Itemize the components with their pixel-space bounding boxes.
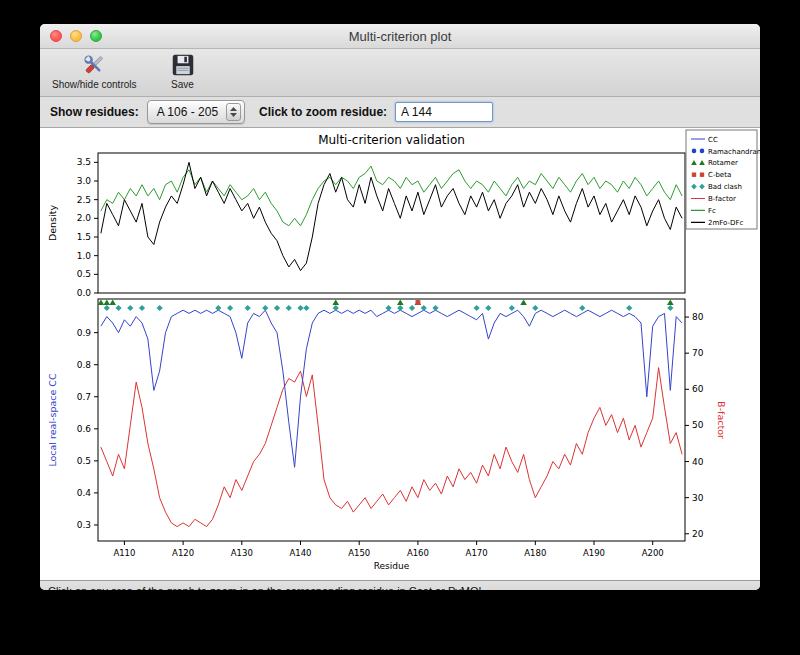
traffic-lights — [50, 30, 102, 42]
zoom-residue-label: Click to zoom residue: — [259, 105, 387, 119]
svg-text:C-beta: C-beta — [708, 171, 731, 179]
zoom-window-button[interactable] — [90, 30, 102, 42]
svg-text:80: 80 — [692, 312, 704, 322]
svg-text:1.0: 1.0 — [77, 251, 92, 261]
svg-text:Density: Density — [47, 205, 58, 241]
svg-text:2.0: 2.0 — [77, 213, 92, 223]
svg-text:A120: A120 — [172, 548, 194, 558]
svg-text:Ramachandran: Ramachandran — [708, 148, 760, 156]
svg-text:A170: A170 — [466, 548, 488, 558]
toolbar: Show/hide controls Save — [40, 49, 760, 97]
show-residues-label: Show residues: — [50, 105, 139, 119]
tools-icon — [81, 52, 107, 78]
svg-text:A190: A190 — [583, 548, 605, 558]
minimize-button[interactable] — [70, 30, 82, 42]
plot-panel: Multi-criterion validation0.00.51.01.52.… — [40, 128, 760, 580]
show-hide-controls-label: Show/hide controls — [52, 79, 137, 90]
svg-text:70: 70 — [692, 348, 704, 358]
stepper-arrows-icon — [226, 103, 241, 121]
svg-text:B-factor: B-factor — [716, 401, 727, 439]
svg-text:0.8: 0.8 — [77, 360, 92, 370]
svg-text:Bad clash: Bad clash — [708, 183, 742, 191]
svg-text:60: 60 — [692, 384, 704, 394]
titlebar[interactable]: Multi-criterion plot — [40, 24, 760, 49]
svg-text:3.0: 3.0 — [77, 176, 92, 186]
svg-text:0.0: 0.0 — [77, 288, 92, 298]
svg-text:A160: A160 — [407, 548, 429, 558]
svg-text:Local real-space CC: Local real-space CC — [47, 373, 58, 467]
save-button[interactable]: Save — [163, 52, 203, 90]
svg-text:CC: CC — [708, 136, 718, 144]
svg-text:2.5: 2.5 — [77, 195, 91, 205]
svg-text:50: 50 — [692, 420, 704, 430]
svg-text:3.5: 3.5 — [77, 157, 91, 167]
residue-range-value: A 106 - 205 — [157, 105, 218, 119]
svg-text:20: 20 — [692, 529, 704, 539]
status-text: Click on any area of the graph to zoom i… — [48, 585, 488, 590]
svg-text:0.7: 0.7 — [77, 392, 91, 402]
svg-text:Residue: Residue — [374, 561, 410, 571]
save-floppy-icon — [170, 52, 196, 78]
svg-text:A200: A200 — [642, 548, 664, 558]
svg-text:A180: A180 — [524, 548, 546, 558]
controls-bar: Show residues: A 106 - 205 Click to zoom… — [40, 97, 760, 128]
svg-text:Multi-criterion validation: Multi-criterion validation — [318, 133, 465, 147]
residue-range-select[interactable]: A 106 - 205 — [147, 100, 245, 124]
save-label: Save — [171, 79, 194, 90]
zoom-residue-input[interactable] — [395, 102, 493, 122]
svg-text:Rotamer: Rotamer — [708, 159, 738, 167]
svg-text:0.5: 0.5 — [77, 456, 91, 466]
svg-text:2mFo-DFc: 2mFo-DFc — [708, 219, 743, 227]
svg-text:1.5: 1.5 — [77, 232, 91, 242]
status-bar: Click on any area of the graph to zoom i… — [40, 580, 760, 590]
svg-text:B-factor: B-factor — [708, 195, 736, 203]
svg-text:0.3: 0.3 — [77, 520, 91, 530]
svg-text:A110: A110 — [113, 548, 135, 558]
svg-text:0.9: 0.9 — [77, 328, 92, 338]
figure-svg[interactable]: Multi-criterion validation0.00.51.01.52.… — [40, 128, 760, 576]
close-button[interactable] — [50, 30, 62, 42]
svg-text:0.5: 0.5 — [77, 269, 91, 279]
svg-text:30: 30 — [692, 493, 704, 503]
show-hide-controls-button[interactable]: Show/hide controls — [52, 52, 137, 90]
svg-text:0.4: 0.4 — [77, 488, 92, 498]
window-title: Multi-criterion plot — [349, 29, 452, 44]
svg-text:Fc: Fc — [708, 207, 716, 215]
svg-text:A150: A150 — [348, 548, 370, 558]
app-window: Multi-criterion plot Show/hide controls — [40, 24, 760, 590]
svg-text:A140: A140 — [289, 548, 311, 558]
svg-text:0.6: 0.6 — [77, 424, 92, 434]
svg-text:40: 40 — [692, 457, 704, 467]
svg-text:A130: A130 — [231, 548, 253, 558]
